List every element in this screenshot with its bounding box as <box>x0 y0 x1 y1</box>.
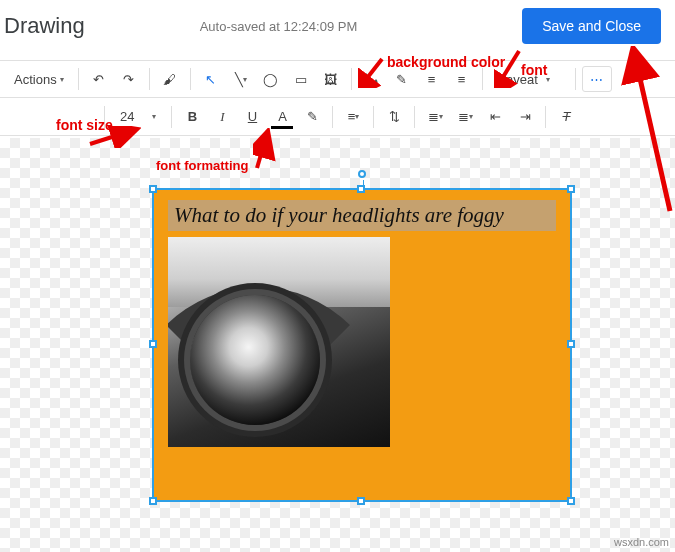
border-weight-button[interactable]: ≡ <box>418 65 446 93</box>
numbered-list-icon: ≣ <box>428 109 439 124</box>
weight-icon: ≡ <box>428 72 436 87</box>
resize-handle-s[interactable] <box>357 497 365 505</box>
line-icon: ╲ <box>235 72 243 87</box>
rotation-handle[interactable] <box>358 170 366 178</box>
actions-menu[interactable]: Actions ▾ <box>6 68 72 91</box>
indent-right-icon: ⇥ <box>520 109 531 124</box>
toolbar-secondary: 24 ▾ B I U A ✎ ≡▾ ⇅ ≣▾ ≣▾ ⇤ ⇥ T <box>0 98 675 136</box>
separator <box>414 106 415 128</box>
separator <box>482 68 483 90</box>
line-spacing-icon: ⇅ <box>389 109 400 124</box>
increase-indent-button[interactable]: ⇥ <box>511 103 539 131</box>
separator <box>190 68 191 90</box>
separator <box>373 106 374 128</box>
more-icon: ⋯ <box>590 72 603 87</box>
resize-handle-ne[interactable] <box>567 185 575 193</box>
border-color-button[interactable]: ✎ <box>388 65 416 93</box>
paint-bucket-icon <box>363 70 381 88</box>
underline-button[interactable]: U <box>238 103 266 131</box>
dialog-header: Drawing Auto-saved at 12:24:09 PM Save a… <box>0 0 675 60</box>
selected-shape[interactable]: What to do if your headlights are foggy <box>154 190 570 500</box>
separator <box>575 68 576 90</box>
undo-icon: ↶ <box>93 72 104 87</box>
line-tool[interactable]: ╲▾ <box>227 65 255 93</box>
cursor-icon: ↖ <box>205 72 216 87</box>
resize-handle-e[interactable] <box>567 340 575 348</box>
numbered-list-button[interactable]: ≣▾ <box>421 103 449 131</box>
textbox-icon: ▭ <box>295 72 307 87</box>
save-and-close-button[interactable]: Save and Close <box>522 8 661 44</box>
shape-tool[interactable]: ◯ <box>257 65 285 93</box>
toolbar-primary: Actions ▾ ↶ ↷ 🖌 ↖ ╲▾ ◯ ▭ 🖼 ✎ ≡ ≡ Caveat … <box>0 60 675 98</box>
separator <box>171 106 172 128</box>
line-spacing-button[interactable]: ⇅ <box>380 103 408 131</box>
dash-icon: ≡ <box>458 72 466 87</box>
align-icon: ≡ <box>348 109 356 124</box>
chevron-down-icon: ▾ <box>546 75 550 84</box>
text-color-button[interactable]: A <box>268 103 296 131</box>
bulleted-list-button[interactable]: ≣▾ <box>451 103 479 131</box>
bold-icon: B <box>188 109 197 124</box>
redo-button[interactable]: ↷ <box>115 65 143 93</box>
resize-handle-sw[interactable] <box>149 497 157 505</box>
font-family-select[interactable]: Caveat ▾ <box>489 72 569 87</box>
image-tool[interactable]: 🖼 <box>317 65 345 93</box>
chevron-down-icon: ▾ <box>152 112 156 121</box>
pencil-icon: ✎ <box>396 72 407 87</box>
inserted-image[interactable] <box>168 237 390 447</box>
border-dash-button[interactable]: ≡ <box>448 65 476 93</box>
separator <box>78 68 79 90</box>
paint-format-button[interactable]: 🖌 <box>156 65 184 93</box>
separator <box>149 68 150 90</box>
highlight-color-button[interactable]: ✎ <box>298 103 326 131</box>
textbox-content[interactable]: What to do if your headlights are foggy <box>168 200 556 231</box>
indent-left-icon: ⇤ <box>490 109 501 124</box>
clear-formatting-button[interactable]: T <box>552 103 580 131</box>
select-tool[interactable]: ↖ <box>197 65 225 93</box>
font-size-select[interactable]: 24 ▾ <box>111 108 165 125</box>
separator <box>351 68 352 90</box>
dialog-title: Drawing <box>4 13 85 39</box>
italic-button[interactable]: I <box>208 103 236 131</box>
text-color-icon: A <box>278 109 287 124</box>
watermark: wsxdn.com <box>614 536 669 548</box>
more-options-button[interactable]: ⋯ <box>582 66 612 92</box>
chevron-down-icon: ▾ <box>60 75 64 84</box>
separator <box>332 106 333 128</box>
autosave-status: Auto-saved at 12:24:09 PM <box>85 19 522 34</box>
resize-handle-se[interactable] <box>567 497 575 505</box>
decrease-indent-button[interactable]: ⇤ <box>481 103 509 131</box>
resize-handle-nw[interactable] <box>149 185 157 193</box>
bold-button[interactable]: B <box>178 103 206 131</box>
resize-handle-n[interactable] <box>357 185 365 193</box>
separator <box>104 106 105 128</box>
redo-icon: ↷ <box>123 72 134 87</box>
fill-color-button[interactable] <box>358 65 386 93</box>
bulleted-list-icon: ≣ <box>458 109 469 124</box>
undo-button[interactable]: ↶ <box>85 65 113 93</box>
clear-format-icon: T <box>562 109 570 124</box>
highlight-icon: ✎ <box>307 109 318 124</box>
align-button[interactable]: ≡▾ <box>339 103 367 131</box>
paint-icon: 🖌 <box>163 72 176 87</box>
underline-icon: U <box>248 109 257 124</box>
textbox-tool[interactable]: ▭ <box>287 65 315 93</box>
shape-icon: ◯ <box>263 72 278 87</box>
resize-handle-w[interactable] <box>149 340 157 348</box>
image-icon: 🖼 <box>324 72 337 87</box>
separator <box>545 106 546 128</box>
italic-icon: I <box>220 109 224 125</box>
